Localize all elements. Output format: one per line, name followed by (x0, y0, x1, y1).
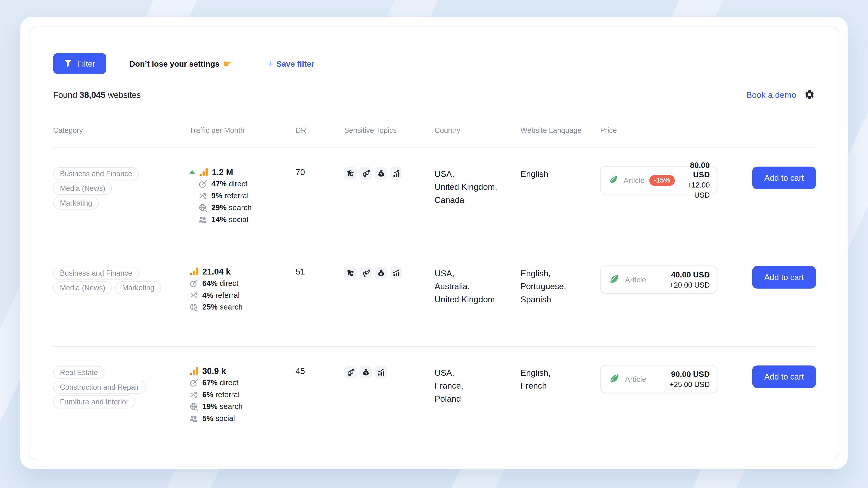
gear-icon[interactable] (804, 89, 815, 100)
category-tag: Media (News) (53, 281, 112, 294)
target-icon (189, 279, 198, 288)
settings-hint: Don’t lose your settings ☛ (129, 57, 232, 70)
globe-search-icon (189, 402, 198, 411)
language-list: English, French (521, 366, 600, 392)
price-card[interactable]: Article -15% 80.00 USD +12.00 USD (600, 166, 717, 194)
discount-badge: -15% (649, 175, 675, 186)
table-row: Business and Finance Media (News) Market… (53, 148, 815, 248)
category-tag: Construction and Repair (53, 381, 146, 394)
price-amount: 40.00 USD (670, 270, 710, 280)
category-tag: Marketing (115, 281, 161, 294)
column-header-category: Category (53, 126, 189, 135)
category-tag: Marketing (53, 197, 99, 210)
results-number: 38,045 (80, 90, 105, 100)
add-to-cart-button[interactable]: Add to cart (752, 266, 816, 289)
growth-icon (375, 366, 387, 379)
price-type: Article (625, 375, 646, 383)
price-type: Article (623, 176, 645, 185)
trend-up-icon (189, 170, 195, 174)
analytics-bars-icon (189, 267, 199, 276)
toolbar: Filter Don’t lose your settings ☛ + Save… (53, 53, 815, 74)
table-row: Business and Finance Media (News) Market… (53, 248, 815, 347)
dr-value: 45 (296, 366, 344, 376)
category-tag: Business and Finance (53, 267, 139, 280)
save-filter-label: Save filter (276, 59, 314, 68)
price-extra: +25.00 USD (670, 380, 710, 388)
pointing-hand-icon: ☛ (223, 57, 232, 70)
gender-icon (344, 366, 357, 379)
people-icon (198, 215, 208, 224)
people-icon (189, 414, 198, 423)
gender-icon (360, 267, 372, 279)
price-amount: 90.00 USD (670, 369, 710, 379)
traffic-value: 1.2 M (212, 167, 233, 177)
globe-search-icon (198, 203, 208, 212)
add-to-cart-button[interactable]: Add to cart (752, 365, 816, 388)
money-bag-icon (375, 267, 387, 279)
column-header-sensitive: Sensitive Topics (344, 126, 435, 135)
traffic-block: 1.2 M 47% direct 9% referral 29% search … (189, 167, 296, 227)
language-list: English, Portuguese, Spanish (521, 267, 600, 306)
column-header-language: Website Language (521, 126, 600, 135)
country-list: USA, United Kingdom, Canada (435, 167, 521, 206)
page-background: Filter Don’t lose your settings ☛ + Save… (0, 0, 868, 488)
book-demo-link[interactable]: Book a demo (746, 90, 796, 100)
table-header: Category Traffic per Month DR Sensitive … (53, 126, 815, 148)
sensitive-topics (344, 366, 435, 379)
country-list: USA, Australia, United Kingdom (435, 267, 521, 306)
analytics-bars-icon (189, 366, 199, 376)
price-card[interactable]: Article 40.00 USD +20.00 USD (600, 265, 717, 294)
main-card: Filter Don’t lose your settings ☛ + Save… (20, 17, 848, 469)
filter-button-label: Filter (77, 59, 95, 68)
dr-value: 70 (296, 167, 344, 177)
growth-icon (390, 267, 402, 279)
language-list: English (521, 167, 600, 180)
table-row: Real Estate Construction and Repair Furn… (53, 347, 815, 446)
referral-arrows-icon (189, 291, 198, 300)
results-suffix: websites (108, 90, 141, 100)
cards-icon (344, 267, 357, 279)
traffic-value: 30.9 k (202, 366, 226, 376)
category-tag: Real Estate (53, 366, 105, 379)
category-tag: Business and Finance (53, 167, 139, 180)
feather-icon (608, 175, 618, 186)
category-tag: Furniture and Interior (53, 395, 135, 409)
funnel-icon (64, 59, 72, 68)
category-tag: Media (News) (53, 182, 112, 195)
filter-button[interactable]: Filter (53, 53, 106, 74)
add-to-cart-button[interactable]: Add to cart (752, 167, 816, 189)
target-icon (198, 180, 208, 188)
feather-icon (608, 373, 619, 385)
column-header-traffic: Traffic per Month (189, 126, 296, 135)
sensitive-topics (344, 167, 435, 180)
growth-icon (390, 167, 402, 180)
gender-icon (360, 167, 372, 180)
traffic-block: 30.9 k 67% direct 6% referral 19% search… (189, 366, 296, 425)
column-header-country: Country (435, 126, 521, 135)
column-header-price: Price (600, 126, 752, 135)
country-list: USA, France, Poland (435, 366, 521, 405)
settings-hint-text: Don’t lose your settings (129, 59, 220, 68)
plus-icon: + (267, 60, 273, 68)
dr-value: 51 (296, 267, 344, 277)
cards-icon (344, 167, 357, 180)
sensitive-topics (344, 267, 435, 279)
price-type: Article (625, 275, 646, 284)
feather-icon (608, 274, 619, 285)
content-panel: Filter Don’t lose your settings ☛ + Save… (29, 27, 839, 460)
traffic-block: 21.04 k 64% direct 4% referral 25% searc… (189, 267, 296, 314)
traffic-value: 21.04 k (202, 267, 230, 276)
results-count: Found 38,045 websites (53, 90, 141, 100)
results-prefix: Found (53, 90, 77, 100)
analytics-bars-icon (199, 167, 209, 177)
price-card[interactable]: Article 90.00 USD +25.00 USD (600, 365, 717, 393)
referral-arrows-icon (198, 191, 208, 200)
target-icon (189, 378, 198, 387)
price-extra: +20.00 USD (670, 281, 710, 289)
price-amount: 80.00 USD (675, 160, 710, 180)
save-filter-button[interactable]: + Save filter (267, 59, 314, 68)
price-extra: +12.00 USD (687, 181, 710, 199)
column-header-dr: DR (296, 126, 344, 135)
referral-arrows-icon (189, 390, 198, 399)
globe-search-icon (189, 302, 198, 312)
